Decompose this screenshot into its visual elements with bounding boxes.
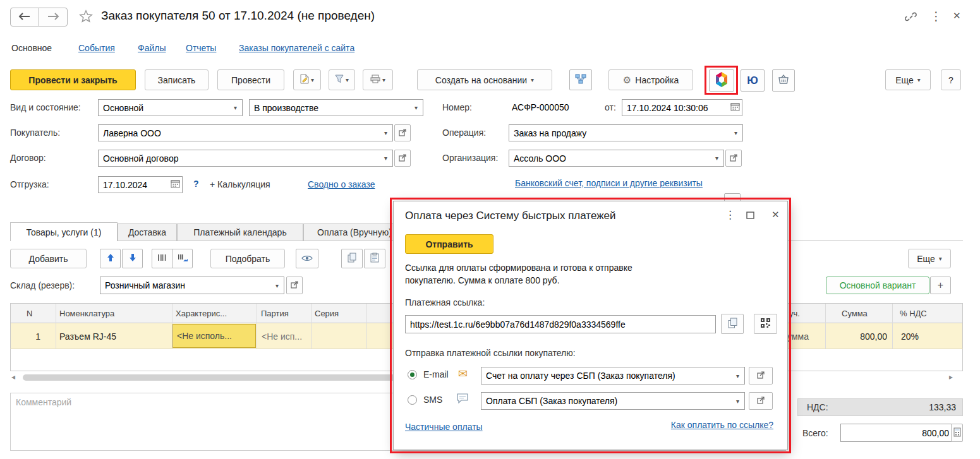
row-cell-n[interactable]: 1 — [10, 331, 40, 342]
col-header-partial[interactable]: уч. — [789, 309, 800, 318]
forward-button[interactable] — [39, 8, 68, 27]
toolbar-more-button[interactable]: Еще ▾ — [885, 69, 931, 90]
copy-document-split-button[interactable]: ▾ — [293, 69, 321, 90]
how-to-pay-link[interactable]: Как оплатить по ссылке? — [671, 420, 773, 430]
sms-option-label[interactable]: SMS — [423, 395, 442, 405]
kind-select[interactable]: Основной ▾ — [98, 99, 243, 116]
nav-item-events[interactable]: События — [78, 43, 115, 53]
scroll-left-icon[interactable]: ◂ — [11, 373, 15, 381]
row-cell-batch[interactable]: <Не исп... — [262, 331, 302, 342]
email-option-label[interactable]: E-mail — [423, 369, 449, 379]
basket-lock-button[interactable] — [772, 69, 795, 92]
email-template-open-button[interactable] — [749, 367, 773, 384]
dropdown-arrow-icon[interactable]: ▾ — [733, 398, 742, 405]
sms-template-open-button[interactable] — [749, 392, 773, 410]
settings-button[interactable]: ⚙ Настройка — [608, 69, 693, 90]
tab-payment[interactable]: Оплата (Вручную) — [303, 224, 406, 241]
row-cell-characteristic-selected[interactable]: <Не исполь... — [172, 324, 256, 348]
dialog-menu-kebab-icon[interactable]: ⋮ — [725, 208, 735, 222]
dropdown-arrow-icon[interactable]: ▾ — [411, 104, 421, 111]
qr-code-button[interactable] — [754, 314, 777, 334]
tab-goods-services[interactable]: Товары, услуги (1) — [10, 222, 118, 241]
nav-item-main[interactable]: Основное — [11, 43, 52, 53]
add-row-button[interactable]: Добавить — [10, 249, 87, 268]
row-cell-item[interactable]: Разъем RJ-45 — [59, 331, 116, 342]
col-header-item[interactable]: Номенклатура — [59, 309, 114, 318]
barcode-load-button[interactable] — [172, 249, 193, 268]
dropdown-arrow-icon[interactable]: ▾ — [733, 373, 742, 379]
col-header-n[interactable]: N — [27, 309, 32, 318]
shipment-date-input[interactable]: 17.10.2024 — [98, 176, 183, 193]
email-radio[interactable] — [408, 370, 417, 379]
sms-radio[interactable] — [408, 395, 417, 405]
window-menu-kebab-icon[interactable]: ⋮ — [930, 9, 942, 23]
paste-rows-button[interactable] — [364, 249, 385, 268]
sms-template-input[interactable]: Оплата СБП (Заказ покупателя) ▾ — [481, 392, 745, 410]
calendar-icon[interactable] — [730, 102, 740, 113]
shipment-help-link[interactable]: ? — [193, 179, 199, 189]
scroll-right-icon[interactable]: ▸ — [949, 373, 953, 381]
row-cell-sum[interactable]: 800,00 — [825, 331, 887, 342]
copy-rows-button[interactable] — [341, 249, 363, 268]
state-select[interactable]: В производстве ▾ — [249, 99, 423, 116]
dropdown-arrow-icon[interactable]: ▾ — [381, 155, 390, 162]
move-row-up-button[interactable] — [100, 249, 121, 268]
write-button[interactable]: Записать — [145, 69, 209, 90]
create-based-on-button[interactable]: Создать на основании ▾ — [417, 69, 552, 90]
col-header-series[interactable]: Серия — [315, 309, 339, 318]
copy-link-button[interactable] — [721, 314, 744, 334]
contract-input[interactable]: Основной договор ▾ — [98, 150, 393, 167]
dialog-close-icon[interactable]: ✕ — [771, 209, 780, 220]
col-header-batch[interactable]: Партия — [261, 309, 289, 318]
favorite-star-icon[interactable] — [78, 9, 94, 26]
price-variant-button[interactable]: Основной вариант — [826, 277, 929, 294]
show-hide-button[interactable] — [296, 249, 318, 268]
filter-split-button[interactable]: ▾ — [329, 69, 355, 90]
grid-more-button[interactable]: Еще ▾ — [908, 249, 951, 268]
contract-open-button[interactable] — [394, 150, 411, 167]
post-and-close-button[interactable]: Провести и закрыть — [10, 69, 136, 90]
nav-item-site-orders[interactable]: Заказы покупателей с сайта — [239, 43, 354, 53]
dropdown-arrow-icon[interactable]: ▾ — [272, 282, 282, 289]
col-header-sum[interactable]: Сумма — [842, 309, 868, 318]
calculator-button[interactable] — [951, 424, 963, 442]
operation-select[interactable]: Заказ на продажу ▾ — [509, 124, 743, 141]
window-close-icon[interactable]: ✕ — [953, 10, 961, 21]
tab-delivery[interactable]: Доставка — [118, 224, 177, 241]
dropdown-arrow-icon[interactable]: ▾ — [731, 129, 741, 136]
add-variant-button[interactable]: + — [930, 277, 951, 294]
sbp-payment-button[interactable] — [709, 69, 734, 92]
dropdown-arrow-icon[interactable]: ▾ — [231, 104, 240, 111]
row-cell-vat[interactable]: 20% — [901, 331, 919, 342]
order-summary-link[interactable]: Сводно о заказе — [308, 179, 375, 189]
warehouse-open-button[interactable] — [286, 277, 303, 294]
col-header-vat[interactable]: % НДС — [900, 309, 927, 318]
buyer-open-button[interactable] — [394, 124, 411, 141]
bank-details-link[interactable]: Банковский счет, подписи и другие реквиз… — [515, 178, 703, 188]
move-row-down-button[interactable] — [122, 249, 143, 268]
payment-link-input[interactable]: https://test.1c.ru/6e9bb07a76d1487d829f0… — [405, 315, 716, 333]
post-button[interactable]: Провести — [217, 69, 284, 90]
barcode-scan-button[interactable] — [152, 249, 172, 268]
email-template-input[interactable]: Счет на оплату через СБП (Заказ покупате… — [481, 367, 745, 384]
col-header-characteristic[interactable]: Характерис... — [176, 309, 227, 318]
organization-open-button[interactable] — [725, 150, 742, 167]
warehouse-input[interactable]: Розничный магазин ▾ — [100, 277, 284, 294]
date-input[interactable]: 17.10.2024 10:30:06 — [622, 99, 742, 116]
calculation-action[interactable]: + Калькуляция — [210, 179, 270, 189]
calendar-icon[interactable] — [171, 179, 180, 190]
dropdown-arrow-icon[interactable]: ▾ — [712, 155, 722, 162]
print-split-button[interactable]: ▾ — [363, 69, 393, 90]
total-input[interactable]: 800,00 — [840, 424, 952, 442]
number-value[interactable]: АСФР-000050 — [512, 102, 569, 112]
document-structure-button[interactable] — [569, 69, 592, 90]
dropdown-arrow-icon[interactable]: ▾ — [381, 129, 390, 136]
yookassa-button[interactable]: Ю — [741, 69, 765, 92]
partial-payments-link[interactable]: Частичные оплаты — [405, 422, 483, 432]
nav-item-reports[interactable]: Отчеты — [186, 43, 216, 53]
nav-item-files[interactable]: Файлы — [138, 43, 166, 53]
back-button[interactable] — [10, 8, 39, 27]
organization-input[interactable]: Ассоль ООО ▾ — [509, 150, 724, 167]
get-link-icon[interactable] — [905, 11, 917, 25]
send-button[interactable]: Отправить — [405, 234, 493, 254]
